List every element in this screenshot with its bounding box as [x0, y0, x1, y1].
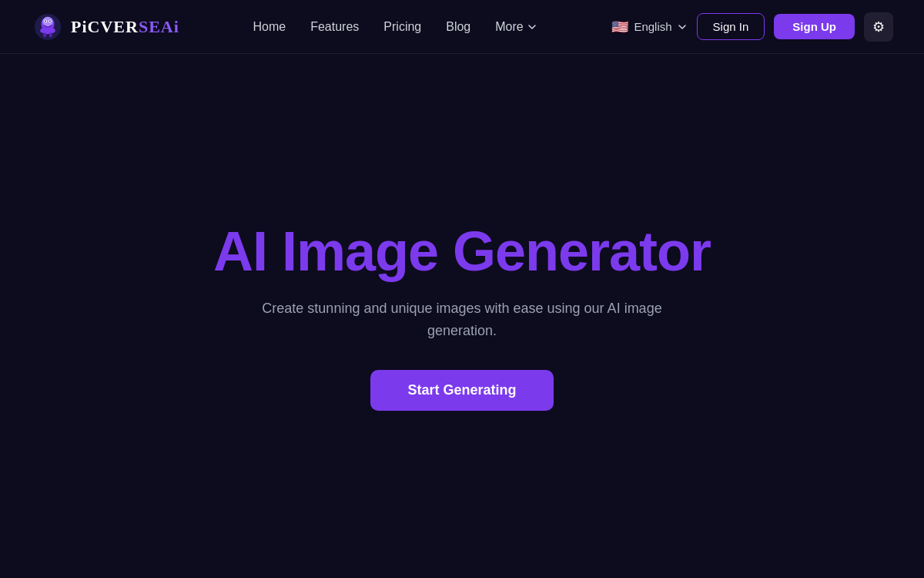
nav-links: Home Features Pricing Blog More: [253, 20, 537, 34]
svg-point-5: [45, 20, 46, 22]
sign-in-button[interactable]: Sign In: [697, 13, 765, 40]
settings-button[interactable]: ⚙: [864, 12, 893, 42]
us-flag-icon: 🇺🇸: [611, 20, 629, 34]
nav-more-label: More: [495, 20, 523, 34]
logo-icon: [31, 10, 65, 44]
nav-features[interactable]: Features: [310, 20, 359, 34]
lang-chevron-icon: [677, 22, 688, 32]
logo[interactable]: PiCVERSEAi: [31, 10, 179, 44]
start-generating-button[interactable]: Start Generating: [370, 370, 553, 411]
nav-more-dropdown[interactable]: More: [495, 20, 537, 34]
svg-point-6: [49, 20, 51, 22]
chevron-down-icon: [527, 22, 537, 32]
hero-section: AI Image Generator Create stunning and u…: [0, 54, 924, 578]
sign-up-button[interactable]: Sign Up: [774, 14, 855, 39]
nav-right: 🇺🇸 English Sign In Sign Up ⚙: [611, 12, 893, 42]
logo-text: PiCVERSEAi: [71, 17, 179, 37]
language-label: English: [634, 20, 671, 33]
language-selector[interactable]: 🇺🇸 English: [611, 20, 687, 34]
svg-rect-7: [43, 32, 46, 37]
nav-home[interactable]: Home: [253, 20, 286, 34]
gear-icon: ⚙: [872, 18, 885, 35]
svg-rect-8: [49, 32, 52, 37]
hero-title: AI Image Generator: [213, 221, 711, 282]
navbar: PiCVERSEAi Home Features Pricing Blog Mo…: [0, 0, 924, 54]
hero-subtitle: Create stunning and unique images with e…: [231, 297, 693, 342]
nav-pricing[interactable]: Pricing: [383, 20, 421, 34]
nav-blog[interactable]: Blog: [446, 20, 470, 34]
